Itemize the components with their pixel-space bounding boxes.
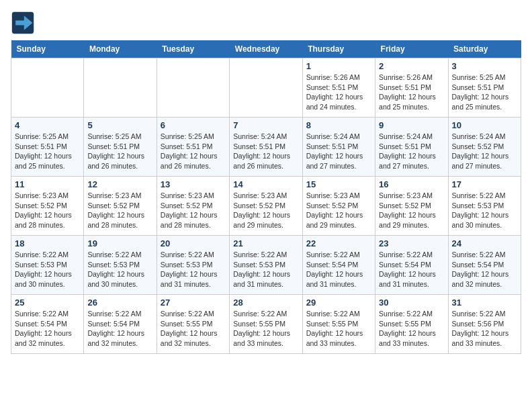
day-number: 5 (87, 120, 152, 130)
day-number: 24 (452, 238, 517, 248)
day-cell-29: 29Sunrise: 5:22 AM Sunset: 5:55 PM Dayli… (302, 295, 375, 354)
day-number: 11 (15, 179, 80, 189)
day-cell-26: 26Sunrise: 5:22 AM Sunset: 5:54 PM Dayli… (84, 295, 157, 354)
day-info: Sunrise: 5:25 AM Sunset: 5:51 PM Dayligh… (87, 132, 152, 171)
day-info: Sunrise: 5:25 AM Sunset: 5:51 PM Dayligh… (452, 73, 517, 112)
day-cell-3: 3Sunrise: 5:25 AM Sunset: 5:51 PM Daylig… (448, 58, 521, 118)
day-info: Sunrise: 5:22 AM Sunset: 5:53 PM Dayligh… (452, 191, 517, 230)
day-cell-25: 25Sunrise: 5:22 AM Sunset: 5:54 PM Dayli… (11, 295, 84, 354)
day-number: 29 (306, 298, 371, 308)
weekday-header-row: SundayMondayTuesdayWednesdayThursdayFrid… (11, 40, 521, 58)
day-number: 17 (452, 179, 517, 189)
empty-cell (230, 58, 302, 118)
day-number: 22 (306, 238, 371, 248)
day-cell-24: 24Sunrise: 5:22 AM Sunset: 5:54 PM Dayli… (448, 236, 521, 295)
day-info: Sunrise: 5:22 AM Sunset: 5:53 PM Dayligh… (233, 250, 298, 289)
day-info: Sunrise: 5:22 AM Sunset: 5:54 PM Dayligh… (379, 250, 444, 289)
day-cell-16: 16Sunrise: 5:23 AM Sunset: 5:52 PM Dayli… (375, 177, 448, 236)
weekday-sunday: Sunday (11, 40, 84, 58)
day-number: 13 (161, 179, 226, 189)
day-cell-31: 31Sunrise: 5:22 AM Sunset: 5:56 PM Dayli… (448, 295, 521, 354)
calendar-week-5: 25Sunrise: 5:22 AM Sunset: 5:54 PM Dayli… (11, 295, 521, 354)
day-cell-9: 9Sunrise: 5:24 AM Sunset: 5:51 PM Daylig… (375, 118, 448, 177)
day-number: 6 (161, 120, 226, 130)
weekday-wednesday: Wednesday (230, 40, 302, 58)
calendar-week-4: 18Sunrise: 5:22 AM Sunset: 5:53 PM Dayli… (11, 236, 521, 295)
calendar-week-3: 11Sunrise: 5:23 AM Sunset: 5:52 PM Dayli… (11, 177, 521, 236)
day-info: Sunrise: 5:22 AM Sunset: 5:54 PM Dayligh… (452, 250, 517, 289)
day-number: 20 (161, 238, 226, 248)
day-info: Sunrise: 5:24 AM Sunset: 5:52 PM Dayligh… (452, 132, 517, 171)
day-cell-20: 20Sunrise: 5:22 AM Sunset: 5:53 PM Dayli… (157, 236, 229, 295)
day-number: 12 (87, 179, 152, 189)
day-number: 8 (306, 120, 371, 130)
day-info: Sunrise: 5:23 AM Sunset: 5:52 PM Dayligh… (379, 191, 444, 230)
day-info: Sunrise: 5:22 AM Sunset: 5:53 PM Dayligh… (87, 250, 152, 289)
page-header (11, 11, 521, 35)
day-number: 28 (233, 298, 298, 308)
day-cell-5: 5Sunrise: 5:25 AM Sunset: 5:51 PM Daylig… (84, 118, 157, 177)
weekday-tuesday: Tuesday (157, 40, 229, 58)
day-cell-22: 22Sunrise: 5:22 AM Sunset: 5:54 PM Dayli… (302, 236, 375, 295)
day-cell-23: 23Sunrise: 5:22 AM Sunset: 5:54 PM Dayli… (375, 236, 448, 295)
calendar-week-1: 1Sunrise: 5:26 AM Sunset: 5:51 PM Daylig… (11, 58, 521, 118)
day-cell-6: 6Sunrise: 5:25 AM Sunset: 5:51 PM Daylig… (157, 118, 229, 177)
day-info: Sunrise: 5:22 AM Sunset: 5:55 PM Dayligh… (233, 309, 298, 349)
day-number: 27 (161, 298, 226, 308)
day-number: 15 (306, 179, 371, 189)
calendar-body: 1Sunrise: 5:26 AM Sunset: 5:51 PM Daylig… (11, 58, 521, 354)
day-cell-4: 4Sunrise: 5:25 AM Sunset: 5:51 PM Daylig… (11, 118, 84, 177)
day-number: 19 (87, 238, 152, 248)
day-number: 30 (379, 298, 444, 308)
day-cell-15: 15Sunrise: 5:23 AM Sunset: 5:52 PM Dayli… (302, 177, 375, 236)
empty-cell (11, 58, 84, 118)
calendar-week-2: 4Sunrise: 5:25 AM Sunset: 5:51 PM Daylig… (11, 118, 521, 177)
day-info: Sunrise: 5:22 AM Sunset: 5:54 PM Dayligh… (87, 309, 152, 349)
day-info: Sunrise: 5:23 AM Sunset: 5:52 PM Dayligh… (233, 191, 298, 230)
day-number: 10 (452, 120, 517, 130)
day-number: 1 (306, 61, 371, 71)
logo-icon (11, 11, 35, 35)
day-info: Sunrise: 5:22 AM Sunset: 5:53 PM Dayligh… (15, 250, 80, 289)
day-info: Sunrise: 5:22 AM Sunset: 5:55 PM Dayligh… (306, 309, 371, 349)
day-cell-1: 1Sunrise: 5:26 AM Sunset: 5:51 PM Daylig… (302, 58, 375, 118)
day-cell-7: 7Sunrise: 5:24 AM Sunset: 5:51 PM Daylig… (230, 118, 302, 177)
day-number: 2 (379, 61, 444, 71)
day-number: 3 (452, 61, 517, 71)
day-cell-18: 18Sunrise: 5:22 AM Sunset: 5:53 PM Dayli… (11, 236, 84, 295)
weekday-friday: Friday (375, 40, 448, 58)
calendar-table: SundayMondayTuesdayWednesdayThursdayFrid… (11, 40, 521, 354)
day-cell-19: 19Sunrise: 5:22 AM Sunset: 5:53 PM Dayli… (84, 236, 157, 295)
day-cell-10: 10Sunrise: 5:24 AM Sunset: 5:52 PM Dayli… (448, 118, 521, 177)
weekday-monday: Monday (84, 40, 157, 58)
day-info: Sunrise: 5:23 AM Sunset: 5:52 PM Dayligh… (87, 191, 152, 230)
day-info: Sunrise: 5:26 AM Sunset: 5:51 PM Dayligh… (306, 73, 371, 112)
day-info: Sunrise: 5:22 AM Sunset: 5:54 PM Dayligh… (306, 250, 371, 289)
day-info: Sunrise: 5:23 AM Sunset: 5:52 PM Dayligh… (306, 191, 371, 230)
logo (11, 11, 38, 35)
day-info: Sunrise: 5:22 AM Sunset: 5:55 PM Dayligh… (379, 309, 444, 349)
day-cell-21: 21Sunrise: 5:22 AM Sunset: 5:53 PM Dayli… (230, 236, 302, 295)
day-info: Sunrise: 5:22 AM Sunset: 5:53 PM Dayligh… (161, 250, 226, 289)
day-number: 25 (15, 298, 80, 308)
day-number: 26 (87, 298, 152, 308)
day-info: Sunrise: 5:23 AM Sunset: 5:52 PM Dayligh… (15, 191, 80, 230)
day-cell-2: 2Sunrise: 5:26 AM Sunset: 5:51 PM Daylig… (375, 58, 448, 118)
day-number: 18 (15, 238, 80, 248)
day-number: 4 (15, 120, 80, 130)
day-cell-14: 14Sunrise: 5:23 AM Sunset: 5:52 PM Dayli… (230, 177, 302, 236)
day-cell-13: 13Sunrise: 5:23 AM Sunset: 5:52 PM Dayli… (157, 177, 229, 236)
day-number: 31 (452, 298, 517, 308)
day-info: Sunrise: 5:24 AM Sunset: 5:51 PM Dayligh… (379, 132, 444, 171)
weekday-thursday: Thursday (302, 40, 375, 58)
day-info: Sunrise: 5:23 AM Sunset: 5:52 PM Dayligh… (161, 191, 226, 230)
weekday-saturday: Saturday (448, 40, 521, 58)
day-info: Sunrise: 5:24 AM Sunset: 5:51 PM Dayligh… (306, 132, 371, 171)
day-number: 14 (233, 179, 298, 189)
day-info: Sunrise: 5:22 AM Sunset: 5:56 PM Dayligh… (452, 309, 517, 349)
day-cell-8: 8Sunrise: 5:24 AM Sunset: 5:51 PM Daylig… (302, 118, 375, 177)
day-cell-11: 11Sunrise: 5:23 AM Sunset: 5:52 PM Dayli… (11, 177, 84, 236)
day-info: Sunrise: 5:25 AM Sunset: 5:51 PM Dayligh… (15, 132, 80, 171)
day-number: 9 (379, 120, 444, 130)
day-cell-17: 17Sunrise: 5:22 AM Sunset: 5:53 PM Dayli… (448, 177, 521, 236)
